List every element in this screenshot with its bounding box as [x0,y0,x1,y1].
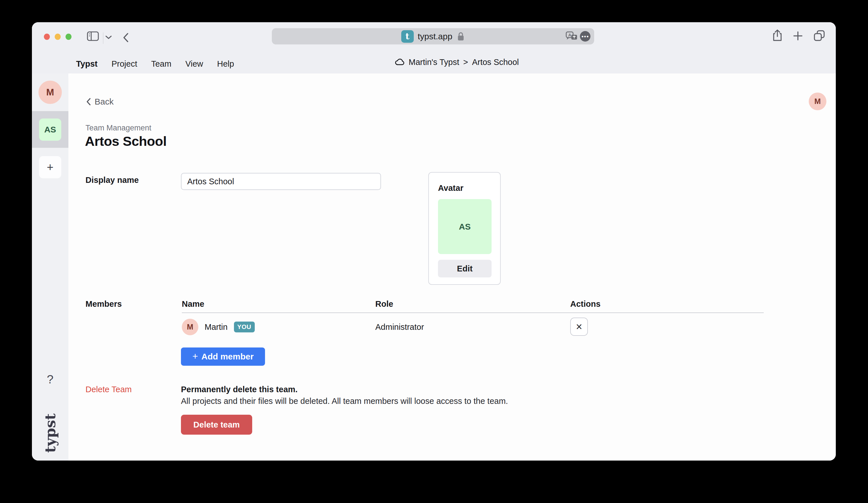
url-text: typst.app [418,32,453,41]
table-header-divider [182,313,764,313]
members-section-label: Members [85,299,122,309]
menu-project[interactable]: Project [111,59,137,69]
help-icon[interactable]: ? [32,373,69,386]
back-label: Back [95,97,114,106]
sidebar-selected-item: AS [32,111,69,148]
account-avatar[interactable]: M [809,93,826,110]
delete-team-description: All projects and their files will be del… [181,397,508,406]
cloud-icon [394,59,405,66]
member-name: Martin [205,322,228,332]
avatar-card-title: Avatar [438,184,463,193]
browser-chrome: t typst.app A [32,22,836,73]
sidebar-team-avatar[interactable]: AS [39,118,61,141]
member-row: M Martin YOU [182,319,255,335]
typst-logo-wrap: typst [32,410,69,456]
workspace-sidebar: M AS + ? typst [32,73,69,461]
team-management-page: Back M Team Management Artos School Disp… [69,73,836,461]
member-avatar: M [182,319,198,335]
display-name-label: Display name [85,176,139,185]
remove-member-button[interactable]: × [570,317,588,336]
lock-icon [457,31,465,42]
delete-team-section-label: Delete Team [85,385,132,394]
new-tab-icon[interactable] [793,31,803,41]
add-member-label: Add member [202,352,254,361]
browser-window: t typst.app A [32,22,836,461]
tab-overview-icon[interactable] [813,30,825,42]
member-role: Administrator [375,322,424,332]
menu-help[interactable]: Help [217,59,234,69]
page-title: Artos School [85,133,166,149]
breadcrumb-team[interactable]: Artos School [472,57,519,67]
share-icon[interactable] [772,29,783,42]
breadcrumb-separator: > [463,57,468,67]
site-favicon: t [401,30,414,43]
you-badge: YOU [234,322,255,332]
add-member-button[interactable]: + Add member [181,347,265,366]
toolbar-divider [103,32,103,44]
column-header-role: Role [375,299,393,309]
back-link[interactable]: Back [85,97,114,106]
translate-icon[interactable]: A [565,31,578,42]
browser-back-icon[interactable] [121,31,130,44]
menu-typst[interactable]: Typst [76,59,97,69]
breadcrumb: Martin's Typst > Artos School [394,57,519,67]
sidebar-user-avatar[interactable]: M [39,81,62,104]
page-settings-icon[interactable]: ●●● [580,31,590,42]
delete-team-heading: Permanently delete this team. [181,385,298,394]
back-chevron-icon [85,97,92,106]
svg-text:A: A [568,32,571,37]
traffic-lights [44,34,72,40]
plus-icon: + [192,350,198,362]
edit-avatar-button[interactable]: Edit [438,260,492,277]
avatar-card: Avatar AS Edit [428,172,501,285]
sidebar-toggle-icon[interactable] [87,31,99,42]
typst-logo: typst [42,413,59,453]
app-menubar: Typst Project Team View Help [76,59,234,69]
menu-team[interactable]: Team [151,59,171,69]
display-name-input[interactable] [181,173,381,190]
column-header-name: Name [182,299,204,309]
column-header-actions: Actions [570,299,600,309]
close-window-button[interactable] [44,34,50,40]
chevron-down-icon[interactable] [105,35,112,40]
menu-view[interactable]: View [185,59,203,69]
minimize-window-button[interactable] [55,34,61,40]
zoom-window-button[interactable] [65,34,72,40]
add-team-button[interactable]: + [39,156,61,178]
team-avatar-preview: AS [438,199,492,254]
url-bar[interactable]: t typst.app A [272,28,594,44]
delete-team-button[interactable]: Delete team [181,415,252,434]
breadcrumb-workspace[interactable]: Martin's Typst [409,57,459,67]
section-eyebrow: Team Management [85,124,151,133]
